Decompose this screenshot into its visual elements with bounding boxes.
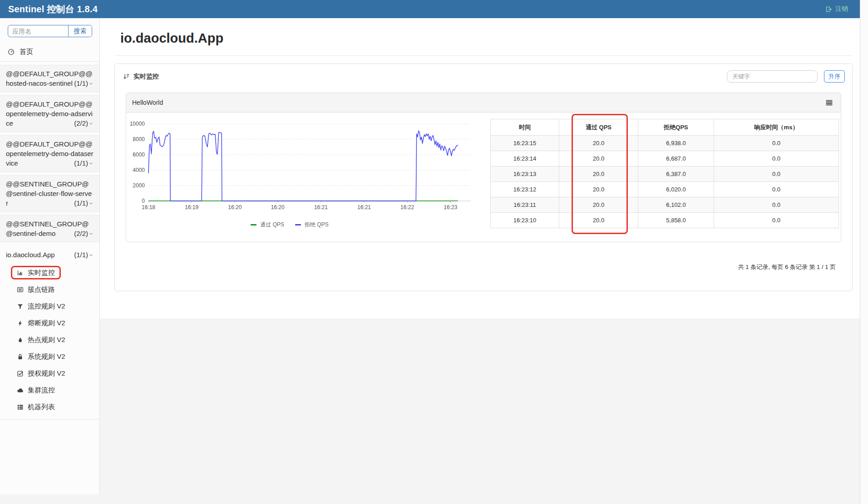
table-cell: 16:23:11 [491,197,559,213]
list-icon [17,404,24,411]
svg-text:4000: 4000 [133,167,145,173]
table-row: 16:23:1020.05,858.00.0 [491,213,839,228]
sidebar-item-realtime-monitor[interactable]: 实时监控 [0,264,99,281]
menu-label: 熔断规则 V2 [28,319,65,328]
sidebar-group-item[interactable]: @@DEFAULT_GROUP@@opentelemetry-demo-adse… [0,95,99,132]
table-cell: 16:23:15 [491,136,559,151]
group-machine-count: (2/2) [74,118,94,128]
divider [114,55,853,56]
group-machine-count: (1/1) [74,198,94,208]
svg-text:0: 0 [142,198,145,204]
chevron-down-icon [88,251,94,259]
sidebar-item-degrade-rules-v2[interactable]: 熔断规则 V2 [0,315,99,332]
list-alt-icon [17,286,24,293]
sidebar-group-item[interactable]: @@DEFAULT_GROUP@@opentelemetry-demo-data… [0,135,99,172]
sidebar-item-cluster-flow[interactable]: 集群流控 [0,382,99,399]
table-cell: 0.0 [714,213,839,228]
table-cell: 20.0 [559,182,638,197]
sort-desc-icon [123,73,130,80]
group-machine-count: (2/2) [74,229,94,238]
chart-legend: 通过 QPS拒绝 QPS [144,220,435,229]
chevron-down-icon [88,159,94,167]
table-cell: 6,102.0 [638,197,714,213]
sidebar-item-hotspot-rules-v2[interactable]: 热点规则 V2 [0,332,99,348]
table-cell: 0.0 [714,136,839,151]
app-machine-count: (1/1) [74,250,94,259]
menu-label: 系统规则 V2 [28,352,65,361]
svg-text:16:20: 16:20 [271,204,285,210]
table-cell: 16:23:14 [491,151,559,166]
panel-menu-icon[interactable] [825,99,833,107]
column-header: 拒绝QPS [638,119,714,136]
svg-text:16:22: 16:22 [400,204,414,210]
table-cell: 20.0 [559,151,638,166]
sidebar-group-item[interactable]: @@SENTINEL_GROUP@@sentinel-demo (2/2) [0,215,99,242]
sidebar-item-machine-list[interactable]: 机器列表 [0,399,99,416]
column-header: 时间 [491,119,559,136]
svg-text:6000: 6000 [133,152,145,158]
table-cell: 6,938.0 [638,136,714,151]
metrics-table-wrap: 时间通过 QPS拒绝QPS响应时间（ms）16:23:1520.06,938.0… [490,119,838,228]
menu-label: 流控规则 V2 [28,302,65,311]
chevron-down-icon [88,79,94,87]
sidebar-item-system-rules-v2[interactable]: 系统规则 V2 [0,348,99,365]
table-row: 16:23:1520.06,938.00.0 [491,136,839,151]
flash-icon [17,320,24,327]
legend-item-reject-qps: 拒绝 QPS [295,221,329,229]
app-search-input[interactable] [8,25,68,37]
chevron-down-icon [88,119,94,127]
app-group-list: @@DEFAULT_GROUP@@hosted-nacos-sentinel (… [0,65,99,242]
table-row: 16:23:1420.06,687.00.0 [491,151,839,166]
divider [0,61,99,62]
sort-ascending-button[interactable]: 升序 [824,70,845,83]
table-row: 16:23:1320.06,387.00.0 [491,166,839,182]
logout-icon [825,6,832,13]
app-submenu: 实时监控簇点链路流控规则 V2熔断规则 V2热点规则 V2系统规则 V2授权规则… [0,264,99,420]
sidebar-item-flow-rules-v2[interactable]: 流控规则 V2 [0,298,99,315]
cloud-icon [17,387,24,394]
table-header-row: 时间通过 QPS拒绝QPS响应时间（ms） [491,119,839,136]
home-label: 首页 [20,48,33,56]
column-header: 通过 QPS [559,119,638,136]
scrollbar-track[interactable] [860,0,868,504]
chevron-down-icon [88,199,94,207]
main-area: io.daocloud.App 实时监控 升序 HelloWorld [100,18,868,504]
sidebar-item-authority-rules-v2[interactable]: 授权规则 V2 [0,365,99,382]
table-cell: 16:23:10 [491,213,559,228]
check-icon [17,370,24,377]
svg-text:16:18: 16:18 [142,204,155,210]
menu-label: 热点规则 V2 [28,336,65,344]
app-search-button[interactable]: 搜索 [68,25,92,37]
fire-icon [17,337,24,343]
sidebar-item-cluster-link[interactable]: 簇点链路 [0,281,99,298]
table-cell: 16:23:13 [491,166,559,182]
table-cell: 6,687.0 [638,151,714,166]
sidebar-group-item[interactable]: @@DEFAULT_GROUP@@hosted-nacos-sentinel (… [0,65,99,92]
table-cell: 20.0 [559,166,638,182]
card-title: 实时监控 [133,73,159,81]
table-cell: 0.0 [714,182,839,197]
table-cell: 20.0 [559,197,638,213]
top-navbar: Sentinel 控制台 1.8.4 注销 [0,0,868,18]
resource-name: HelloWorld [132,99,163,106]
menu-label: 实时监控 [28,269,55,277]
bar-chart-icon [17,269,24,276]
svg-text:10000: 10000 [130,121,145,127]
pagination-info: 共 1 条记录, 每页 6 条记录 第 1 / 1 页 [115,263,836,271]
svg-text:16:20: 16:20 [228,204,242,210]
table-cell: 6,020.0 [638,182,714,197]
table-cell: 0.0 [714,197,839,213]
sidebar-item-app-iodaocloud[interactable]: io.daocloud.App (1/1) [0,245,99,264]
logout-button[interactable]: 注销 [825,5,860,13]
table-cell: 20.0 [559,136,638,151]
group-machine-count: (1/1) [74,78,94,88]
sidebar-group-item[interactable]: @@SENTINEL_GROUP@@sentinel-cluster-flow-… [0,175,99,212]
logout-label: 注销 [835,5,848,13]
sidebar-item-home[interactable]: 首页 [0,43,99,61]
table-row: 16:23:1220.06,020.00.0 [491,182,839,197]
keyword-input[interactable] [727,70,818,83]
svg-text:16:21: 16:21 [357,204,371,210]
page-title: io.daocloud.App [114,18,853,46]
menu-label: 授权规则 V2 [28,369,65,378]
svg-text:8000: 8000 [133,136,145,142]
